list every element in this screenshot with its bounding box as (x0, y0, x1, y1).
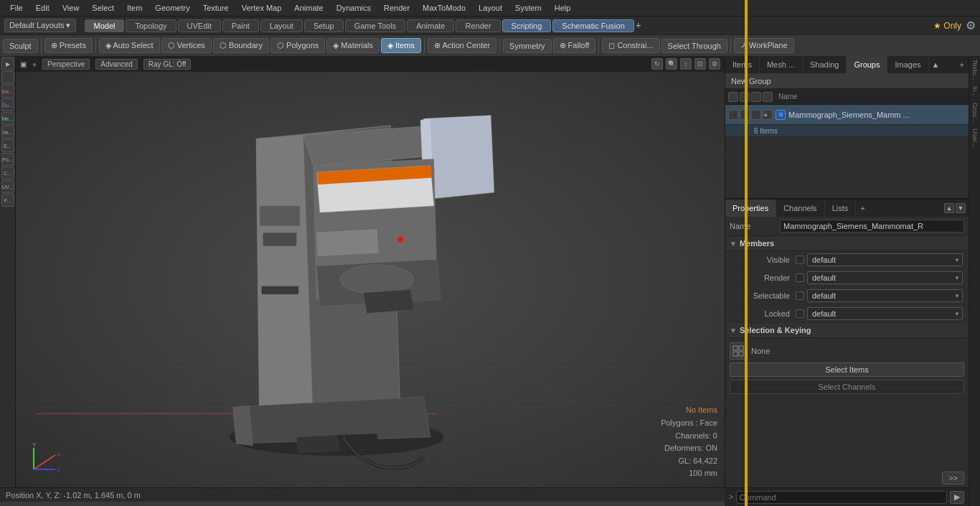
left-tool-6[interactable]: E... (1, 139, 14, 152)
layout-dropdown[interactable]: Default Layouts ▾ (4, 19, 76, 32)
name-input[interactable] (780, 220, 964, 233)
props-collapse-btn[interactable]: ▼ (956, 203, 966, 213)
render-checkbox[interactable] (796, 273, 804, 282)
materials-button[interactable]: ◈ Materials (326, 38, 380, 53)
locked-checkbox[interactable] (796, 309, 804, 318)
menu-item-dynamics[interactable]: Dynamics (331, 2, 377, 14)
menu-item-item[interactable]: Item (121, 2, 148, 14)
left-tool-4[interactable]: Me... (1, 112, 14, 125)
locked-select[interactable]: default (807, 307, 963, 320)
viewport-scene[interactable]: No Items Polygons : Face Channels: 0 Def… (16, 72, 725, 487)
tab-animate[interactable]: Animate (407, 19, 454, 32)
tab-setup[interactable]: Setup (304, 19, 344, 32)
viewport-pan-icon[interactable]: ↕ (680, 58, 692, 70)
items-button[interactable]: ◈ Items (381, 38, 421, 53)
tab-layout[interactable]: Layout (260, 19, 303, 32)
selectable-checkbox[interactable] (796, 291, 804, 300)
strip-user-label[interactable]: User... (971, 126, 979, 149)
layout-add-tab[interactable]: + (636, 19, 641, 32)
left-tool-9[interactable]: UV... (1, 180, 14, 193)
viewport-container[interactable]: ▣ ● Perspective Advanced Ray GL: Off ↻ 🔍… (16, 56, 725, 487)
tab-items[interactable]: Items (725, 56, 760, 73)
scene-tabs-plus[interactable]: + (956, 59, 969, 70)
menu-item-vertexmap[interactable]: Vertex Map (236, 2, 288, 14)
viewport-rotate-icon[interactable]: ↻ (651, 58, 663, 70)
scene-item-0[interactable]: + ⊞ Mammograph_Siemens_Mamm ... (725, 105, 969, 125)
falloff-button[interactable]: ⊕ Falloff (553, 38, 596, 53)
tab-channels[interactable]: Channels (776, 200, 824, 217)
left-tool-10[interactable]: F... (1, 194, 14, 207)
tab-model[interactable]: Model (85, 19, 125, 32)
select-through-button[interactable]: Select Through (661, 39, 727, 53)
sculpt-button[interactable]: Sculpt (3, 39, 38, 53)
strip-grou-label[interactable]: Grou... (971, 100, 979, 125)
viewport-collapse-icon[interactable]: ▣ (20, 60, 27, 68)
constrain-button[interactable]: ◻ Constrai... (602, 38, 659, 53)
strip-in-label[interactable]: In... (971, 84, 979, 99)
command-input[interactable] (736, 491, 947, 504)
tab-gametools[interactable]: Game Tools (345, 19, 406, 32)
menu-item-select[interactable]: Select (86, 2, 120, 14)
selectable-select[interactable]: default (807, 289, 963, 302)
members-section-header[interactable]: ▼ Members (725, 236, 969, 251)
tab-schematic-fusion[interactable]: Schematic Fusion (552, 19, 633, 32)
tab-shading[interactable]: Shading (803, 56, 847, 73)
menu-item-help[interactable]: Help (549, 2, 577, 14)
scene-info-icon[interactable] (763, 92, 773, 102)
menu-item-system[interactable]: System (509, 2, 547, 14)
tab-scripting[interactable]: Scripting (502, 19, 552, 32)
workplane-button[interactable]: ↗ WorkPlane (734, 38, 794, 53)
visible-select[interactable]: default (807, 253, 963, 266)
viewport-fit-icon[interactable]: ⊡ (694, 58, 706, 70)
menu-item-texture[interactable]: Texture (197, 2, 235, 14)
tab-uvedit[interactable]: UVEdit (178, 19, 221, 32)
left-tool-select[interactable]: ▶ (1, 57, 14, 70)
tab-properties[interactable]: Properties (725, 200, 776, 217)
menu-item-animate[interactable]: Animate (288, 2, 329, 14)
ray-gl-button[interactable]: Ray GL: Off (143, 59, 192, 70)
scene-render-icon[interactable] (740, 92, 750, 102)
props-tab-plus[interactable]: + (856, 202, 869, 214)
menu-item-edit[interactable]: Edit (30, 2, 55, 14)
sel-keying-grid-icon[interactable] (730, 342, 747, 360)
tab-topology[interactable]: Topology (126, 19, 176, 32)
select-channels-button[interactable]: Select Channels (730, 380, 964, 394)
tab-groups[interactable]: Groups (847, 56, 887, 73)
left-tool-7[interactable]: Po... (1, 153, 14, 166)
props-expand-right-button[interactable]: >> (942, 472, 964, 484)
left-tool-5[interactable]: Ve... (1, 126, 14, 139)
scene-eye-icon[interactable] (728, 92, 738, 102)
tab-paint[interactable]: Paint (222, 19, 259, 32)
menu-item-render[interactable]: Render (378, 2, 415, 14)
select-items-button[interactable]: Select Items (730, 362, 964, 377)
only-button[interactable]: ★ Only (933, 21, 961, 31)
tab-mesh[interactable]: Mesh ... (760, 56, 803, 73)
scene-tabs-expand-icon[interactable]: ▲ (929, 59, 943, 70)
left-tool-2[interactable]: De... (1, 85, 14, 98)
symmetry-button[interactable]: Symmetry (503, 39, 552, 53)
sel-keying-section-header[interactable]: ▼ Selection & Keying (725, 323, 969, 338)
settings-icon[interactable]: ⚙ (966, 19, 976, 32)
viewport-settings-icon[interactable]: ⚙ (709, 58, 720, 70)
action-center-button[interactable]: ⊕ Action Center (428, 38, 496, 53)
new-group-button[interactable]: New Group (725, 73, 969, 89)
auto-select-button[interactable]: ◈ Auto Select (99, 38, 160, 53)
left-tool-1[interactable] (1, 71, 14, 84)
visible-checkbox[interactable] (796, 256, 804, 264)
command-arrow[interactable]: > (729, 493, 733, 501)
polygons-button[interactable]: ⬡ Polygons (270, 38, 325, 53)
tab-images[interactable]: Images (887, 56, 928, 73)
advanced-button[interactable]: Advanced (95, 59, 137, 70)
left-tool-8[interactable]: C... (1, 167, 14, 179)
tab-lists[interactable]: Lists (825, 200, 857, 217)
props-expand-btn[interactable]: ▲ (944, 203, 954, 213)
menu-item-layout[interactable]: Layout (473, 2, 508, 14)
scene-lock-icon[interactable] (751, 92, 761, 102)
vertices-button[interactable]: ⬡ Vertices (161, 38, 212, 53)
command-run-button[interactable]: ▶ (950, 491, 964, 504)
presets-button[interactable]: ⊕ Presets (44, 38, 93, 53)
tab-render[interactable]: Render (456, 19, 500, 32)
menu-item-geometry[interactable]: Geometry (149, 2, 195, 14)
menu-item-view[interactable]: View (57, 2, 85, 14)
viewport-zoom-icon[interactable]: 🔍 (666, 58, 677, 70)
